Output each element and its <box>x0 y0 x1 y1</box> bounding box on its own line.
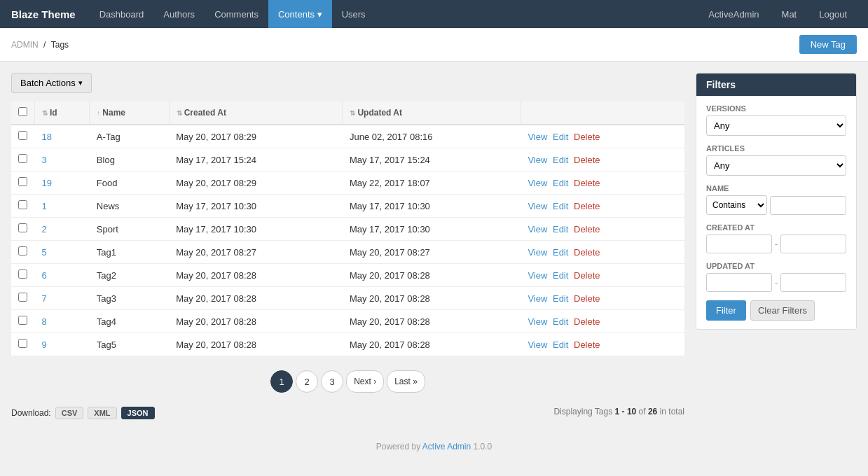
name-condition-select[interactable]: Contains Starts with Ends with Equals <box>706 195 767 215</box>
updated-at-to[interactable] <box>780 273 846 292</box>
row-delete-link[interactable]: Delete <box>574 224 600 234</box>
row-view-link[interactable]: View <box>528 270 547 281</box>
row-checkbox[interactable] <box>18 246 27 255</box>
row-id-link[interactable]: 2 <box>42 224 47 234</box>
row-checkbox[interactable] <box>18 316 27 325</box>
created-at-to[interactable] <box>780 234 846 253</box>
row-id: 3 <box>35 148 90 172</box>
row-name: Tag4 <box>90 310 169 333</box>
nav-user[interactable]: Mat <box>772 0 807 28</box>
row-edit-link[interactable]: Edit <box>553 132 568 142</box>
row-checkbox[interactable] <box>18 270 27 279</box>
row-checkbox[interactable] <box>18 200 27 209</box>
row-id-link[interactable]: 3 <box>42 155 47 165</box>
row-updated-at: May 17, 2017 15:24 <box>343 148 521 172</box>
footer-prefix: Powered by <box>376 442 420 451</box>
row-view-link[interactable]: View <box>528 247 547 258</box>
col-name[interactable]: ↑Name <box>90 102 169 125</box>
row-edit-link[interactable]: Edit <box>553 201 568 211</box>
row-edit-link[interactable]: Edit <box>553 270 568 281</box>
new-tag-button[interactable]: New Tag <box>799 35 857 54</box>
row-id-link[interactable]: 19 <box>42 178 52 188</box>
row-delete-link[interactable]: Delete <box>574 155 600 165</box>
updated-at-from[interactable] <box>706 273 772 292</box>
nav-dashboard[interactable]: Dashboard <box>90 0 154 28</box>
col-created-at[interactable]: ⇅Created At <box>169 102 343 125</box>
table-row: 19 Food May 20, 2017 08:29 May 22, 2017 … <box>11 172 684 195</box>
row-delete-link[interactable]: Delete <box>574 293 600 304</box>
page-next[interactable]: Next › <box>346 370 384 393</box>
row-delete-link[interactable]: Delete <box>574 178 600 188</box>
row-id-link[interactable]: 8 <box>42 316 47 327</box>
row-id-link[interactable]: 6 <box>42 270 47 281</box>
nav-logout[interactable]: Logout <box>809 0 857 28</box>
page-3[interactable]: 3 <box>321 370 343 393</box>
row-edit-link[interactable]: Edit <box>553 224 568 234</box>
row-checkbox[interactable] <box>18 131 27 140</box>
row-edit-link[interactable]: Edit <box>553 293 568 304</box>
row-checkbox[interactable] <box>18 154 27 163</box>
row-checkbox[interactable] <box>18 223 27 232</box>
row-view-link[interactable]: View <box>528 316 547 327</box>
row-edit-link[interactable]: Edit <box>553 247 568 258</box>
row-delete-link[interactable]: Delete <box>574 340 600 350</box>
row-edit-link[interactable]: Edit <box>553 178 568 188</box>
row-delete-link[interactable]: Delete <box>574 132 600 142</box>
nav-authors[interactable]: Authors <box>153 0 205 28</box>
page-1[interactable]: 1 <box>270 370 293 393</box>
row-edit-link[interactable]: Edit <box>553 340 568 350</box>
nav-activeadmin[interactable]: ActiveAdmin <box>698 0 769 28</box>
table-row: 8 Tag4 May 20, 2017 08:28 May 20, 2017 0… <box>11 310 684 333</box>
table-row: 5 Tag1 May 20, 2017 08:27 May 20, 2017 0… <box>11 241 684 264</box>
row-view-link[interactable]: View <box>528 224 547 234</box>
page-2[interactable]: 2 <box>296 370 318 393</box>
nav-users[interactable]: Users <box>332 0 376 28</box>
download-json[interactable]: JSON <box>121 407 155 419</box>
row-checkbox[interactable] <box>18 339 27 348</box>
articles-select[interactable]: Any <box>706 155 846 176</box>
row-view-link[interactable]: View <box>528 293 547 304</box>
name-filter-input[interactable] <box>770 196 846 215</box>
row-edit-link[interactable]: Edit <box>553 316 568 327</box>
row-edit-link[interactable]: Edit <box>553 155 568 165</box>
nav-comments[interactable]: Comments <box>205 0 268 28</box>
filter-versions: VERSIONS Any <box>706 104 846 136</box>
row-checkbox-cell <box>11 264 35 287</box>
row-id-link[interactable]: 5 <box>42 247 47 258</box>
download-csv[interactable]: CSV <box>55 407 84 419</box>
select-all-checkbox[interactable] <box>18 107 27 116</box>
row-id-link[interactable]: 7 <box>42 293 47 304</box>
versions-select[interactable]: Any <box>706 115 846 136</box>
row-delete-link[interactable]: Delete <box>574 316 600 327</box>
row-id-link[interactable]: 18 <box>42 132 52 142</box>
filter-button[interactable]: Filter <box>706 300 746 321</box>
row-created-at: May 20, 2017 08:29 <box>169 172 343 195</box>
nav-contents[interactable]: Contents ▾ <box>268 0 332 28</box>
row-actions: View Edit Delete <box>521 287 684 310</box>
row-view-link[interactable]: View <box>528 340 547 350</box>
col-updated-at[interactable]: ⇅Updated At <box>343 102 521 125</box>
download-xml[interactable]: XML <box>88 407 116 419</box>
row-view-link[interactable]: View <box>528 178 547 188</box>
row-checkbox[interactable] <box>18 293 27 302</box>
row-view-link[interactable]: View <box>528 155 547 165</box>
row-delete-link[interactable]: Delete <box>574 247 600 258</box>
table-header-row: ⇅Id ↑Name ⇅Created At ⇅Updated At <box>11 102 684 125</box>
col-actions <box>521 102 684 125</box>
created-at-from[interactable] <box>706 234 772 253</box>
row-name: Tag2 <box>90 264 169 287</box>
batch-actions-button[interactable]: Batch Actions <box>11 73 92 93</box>
row-delete-link[interactable]: Delete <box>574 270 600 281</box>
footer-link[interactable]: Active Admin <box>422 442 471 451</box>
row-id-link[interactable]: 9 <box>42 340 47 350</box>
pagination: 1 2 3 Next › Last » <box>11 370 684 393</box>
row-id-link[interactable]: 1 <box>42 201 47 211</box>
clear-filters-button[interactable]: Clear Filters <box>750 300 815 321</box>
col-id[interactable]: ⇅Id <box>35 102 90 125</box>
row-checkbox[interactable] <box>18 177 27 186</box>
row-view-link[interactable]: View <box>528 132 547 142</box>
row-view-link[interactable]: View <box>528 201 547 211</box>
page-last[interactable]: Last » <box>387 370 425 393</box>
breadcrumb-admin[interactable]: ADMIN <box>11 40 39 50</box>
row-delete-link[interactable]: Delete <box>574 201 600 211</box>
